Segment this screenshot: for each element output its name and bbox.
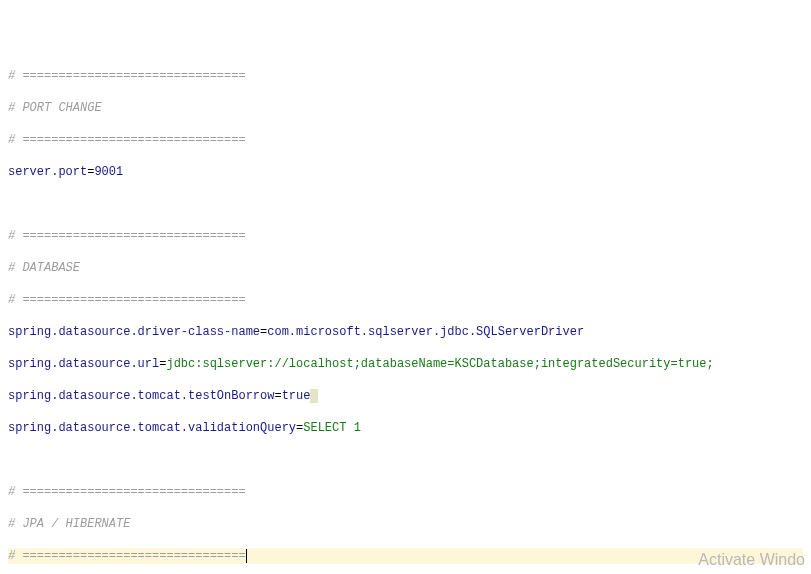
prop-value: SELECT 1 [303,421,361,435]
comment-sep: # =============================== [8,133,246,147]
prop-server-port[interactable]: server.port=9001 [8,164,803,180]
comment-sep: # =============================== [8,293,246,307]
prop-datasource-url[interactable]: spring.datasource.url=jdbc:sqlserver://l… [8,356,803,372]
prop-driver-class[interactable]: spring.datasource.driver-class-name=com.… [8,324,803,340]
prop-key: spring.datasource.tomcat.validationQuery [8,421,296,435]
comment-sep: # =============================== [8,485,246,499]
prop-validation-query[interactable]: spring.datasource.tomcat.validationQuery… [8,420,803,436]
text-cursor [246,549,247,563]
comment-title-jpa: # JPA / HIBERNATE [8,517,130,531]
prop-key: server.port [8,165,87,179]
comment-sep: # =============================== [8,229,246,243]
comment-title-database: # DATABASE [8,261,80,275]
prop-key: spring.datasource.driver-class-name [8,325,260,339]
comment-sep: # =============================== [8,549,246,563]
current-line[interactable]: # =============================== [8,548,803,564]
windows-activation-watermark: Activate Windo [698,552,805,568]
equals-sign: = [274,389,281,403]
prop-value: com.microsoft.sqlserver.jdbc.SQLServerDr… [267,325,584,339]
prop-key: spring.datasource.url [8,357,159,371]
prop-value: true [282,389,311,403]
prop-value: jdbc:sqlserver://localhost;databaseName=… [166,357,713,371]
prop-key: spring.datasource.tomcat.testOnBorrow [8,389,274,403]
prop-value: 9001 [94,165,123,179]
comment-title-port: # PORT CHANGE [8,101,102,115]
comment-sep: # =============================== [8,69,246,83]
prop-test-on-borrow[interactable]: spring.datasource.tomcat.testOnBorrow=tr… [8,388,803,404]
